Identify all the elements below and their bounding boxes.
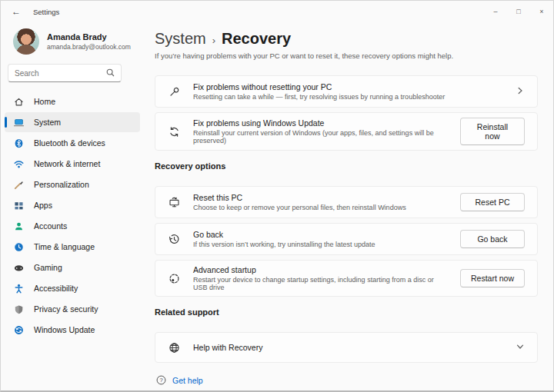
history-icon xyxy=(168,233,181,246)
sidebar-item-apps[interactable]: Apps xyxy=(5,195,140,215)
wrench-icon xyxy=(168,85,181,98)
profile-name: Amanda Brady xyxy=(47,32,131,42)
sidebar-item-privacy-security[interactable]: Privacy & security xyxy=(5,299,140,319)
section-recovery-options: Recovery options xyxy=(155,161,538,171)
card-title: Help with Recovery xyxy=(193,343,262,352)
back-icon[interactable]: ← xyxy=(12,6,25,17)
card-title: Reset this PC xyxy=(193,193,406,202)
sidebar-item-time-language[interactable]: Time & language xyxy=(5,237,140,257)
avatar xyxy=(13,28,39,55)
system-icon xyxy=(13,117,25,128)
sidebar-item-label: Accessibility xyxy=(34,284,78,293)
minimize-button[interactable]: – xyxy=(484,1,507,22)
home-icon xyxy=(13,96,25,108)
sidebar-item-home[interactable]: Home xyxy=(5,91,140,111)
sidebar-item-label: Apps xyxy=(34,201,52,210)
sidebar-item-label: Bluetooth & devices xyxy=(34,138,105,148)
sidebar-item-accessibility[interactable]: Accessibility xyxy=(5,278,140,298)
sidebar-item-label: Personalization xyxy=(34,180,89,189)
accounts-icon xyxy=(13,221,25,232)
titlebar: ← Settings – □ × xyxy=(1,1,553,22)
card-subtitle: Resetting can take a while — first, try … xyxy=(193,93,445,101)
sidebar-item-label: Accounts xyxy=(34,221,67,231)
chevron-right-icon xyxy=(516,85,525,98)
card-subtitle: Restart your device to change startup se… xyxy=(193,276,448,291)
breadcrumb: System › Recovery xyxy=(155,30,538,48)
sidebar-item-label: Windows Update xyxy=(34,325,95,334)
sidebar-item-gaming[interactable]: Gaming xyxy=(5,257,140,277)
svg-text:?: ? xyxy=(159,377,162,384)
sidebar-item-bluetooth-devices[interactable]: Bluetooth & devices xyxy=(5,133,140,153)
page-title: Recovery xyxy=(222,30,291,48)
network-icon xyxy=(13,158,25,170)
card-subtitle: Reinstall your current version of Window… xyxy=(193,129,448,145)
time-language-icon xyxy=(13,241,25,253)
chevron-down-icon xyxy=(516,341,525,354)
section-related-support: Related support xyxy=(155,307,538,317)
page-subtitle: If you’re having problems with your PC o… xyxy=(155,51,538,60)
reinstall-now-button[interactable]: Reinstall now xyxy=(460,118,525,145)
card-title: Fix problems using Windows Update xyxy=(193,118,448,128)
card-fix-windows-update: Fix problems using Windows Update Reinst… xyxy=(155,112,538,151)
sidebar-item-personalization[interactable]: Personalization xyxy=(5,174,140,194)
sidebar-item-label: Privacy & security xyxy=(34,304,98,314)
window-controls: – □ × xyxy=(484,1,553,22)
accessibility-icon xyxy=(13,283,25,294)
sidebar-item-label: System xyxy=(34,118,61,127)
maximize-button[interactable]: □ xyxy=(507,1,530,22)
search-box[interactable] xyxy=(8,64,122,82)
sidebar-item-accounts[interactable]: Accounts xyxy=(5,216,140,236)
sidebar-item-label: Gaming xyxy=(34,263,62,272)
card-subtitle: Choose to keep or remove your personal f… xyxy=(193,204,406,211)
sidebar-nav: Home System Bluetooth & devices xyxy=(1,91,144,340)
sidebar-item-system[interactable]: System xyxy=(5,112,140,132)
window-title: Settings xyxy=(33,8,59,16)
card-title: Go back xyxy=(193,230,375,239)
card-subtitle: If this version isn’t working, try unins… xyxy=(193,241,375,248)
card-go-back: Go back If this version isn’t working, t… xyxy=(155,223,538,255)
go-back-button[interactable]: Go back xyxy=(460,230,525,248)
sidebar-item-network-internet[interactable]: Network & internet xyxy=(5,154,140,174)
user-profile: Amanda Brady amanda.brady@outlook.com xyxy=(13,28,136,55)
sidebar-item-label: Home xyxy=(34,97,55,106)
card-title: Fix problems without resetting your PC xyxy=(193,82,445,91)
privacy-icon xyxy=(13,304,25,315)
help-icon: ? xyxy=(156,375,166,385)
search-input[interactable] xyxy=(15,69,106,78)
search-icon xyxy=(106,66,115,80)
gaming-icon xyxy=(13,262,25,274)
bluetooth-icon xyxy=(13,138,25,149)
sync-icon xyxy=(168,125,181,138)
apps-icon xyxy=(13,200,25,211)
card-help-with-recovery[interactable]: Help with Recovery xyxy=(155,332,538,363)
card-fix-without-reset[interactable]: Fix problems without resetting your PC R… xyxy=(155,75,538,108)
power-icon xyxy=(168,272,181,285)
restart-now-button[interactable]: Restart now xyxy=(460,269,525,287)
globe-icon xyxy=(168,341,181,354)
settings-window: ← Settings – □ × Amanda Brady amanda.bra… xyxy=(0,0,554,392)
profile-email: amanda.brady@outlook.com xyxy=(47,43,131,51)
close-button[interactable]: × xyxy=(530,1,553,22)
sidebar-item-label: Time & language xyxy=(34,242,95,251)
card-reset-this-pc: Reset this PC Choose to keep or remove y… xyxy=(155,186,538,218)
personalization-icon xyxy=(13,179,25,191)
get-help-link[interactable]: ? Get help xyxy=(156,375,538,385)
windows-update-icon xyxy=(13,324,25,336)
sidebar-item-label: Network & internet xyxy=(34,159,100,168)
main-content: System › Recovery If you’re having probl… xyxy=(144,22,553,390)
reset-pc-button[interactable]: Reset PC xyxy=(460,193,525,211)
reset-pc-icon xyxy=(168,196,181,209)
sidebar-item-windows-update[interactable]: Windows Update xyxy=(5,320,140,340)
sidebar: Amanda Brady amanda.brady@outlook.com Ho… xyxy=(1,22,144,390)
breadcrumb-separator-icon: › xyxy=(212,35,215,46)
card-advanced-startup: Advanced startup Restart your device to … xyxy=(155,260,538,297)
get-help-label: Get help xyxy=(172,376,203,385)
card-title: Advanced startup xyxy=(193,265,448,274)
breadcrumb-parent[interactable]: System xyxy=(155,30,206,48)
